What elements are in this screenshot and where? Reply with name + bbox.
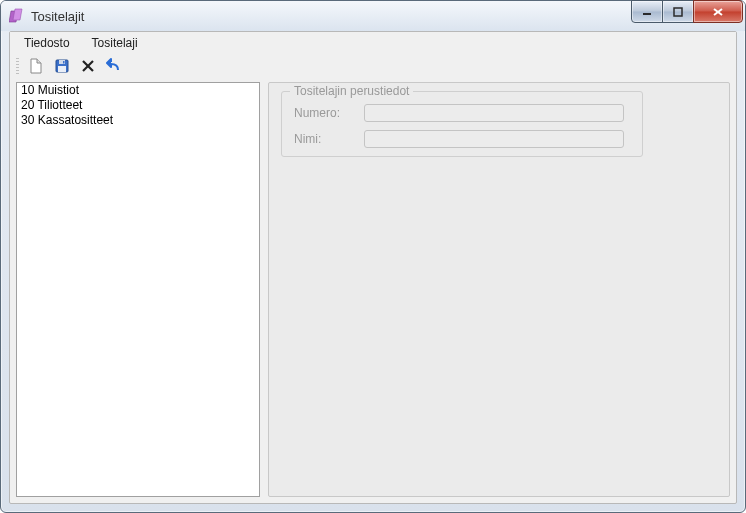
menu-kind[interactable]: Tositelaji: [82, 34, 148, 52]
item-name: Tiliotteet: [37, 98, 82, 112]
new-document-icon: [28, 58, 44, 77]
save-button[interactable]: [51, 56, 73, 78]
delete-button[interactable]: [77, 56, 99, 78]
row-numero: Numero:: [294, 104, 624, 122]
window-title: Tositelajit: [31, 9, 84, 24]
floppy-disk-icon: [54, 58, 70, 77]
item-name: Muistiot: [38, 83, 79, 97]
client-area: Tiedosto Tositelaji: [9, 31, 737, 504]
item-name: Kassatositteet: [38, 113, 113, 127]
input-nimi[interactable]: [364, 130, 624, 148]
details-groupbox: Tositelajin perustiedot Numero: Nimi:: [281, 91, 643, 157]
item-code: 10: [21, 83, 34, 97]
undo-icon: [106, 58, 122, 77]
titlebar[interactable]: Tositelajit: [1, 1, 745, 31]
svg-rect-6: [58, 66, 66, 72]
item-code: 30: [21, 113, 34, 127]
input-numero[interactable]: [364, 104, 624, 122]
window-frame: Tositelajit Tiedosto Tositelaji: [0, 0, 746, 513]
delete-x-icon: [80, 58, 96, 77]
minimize-button[interactable]: [631, 0, 663, 23]
label-numero: Numero:: [294, 106, 364, 120]
menubar: Tiedosto Tositelaji: [10, 32, 736, 54]
groupbox-title: Tositelajin perustiedot: [290, 84, 413, 98]
toolbar: [10, 54, 736, 80]
item-code: 20: [21, 98, 34, 112]
list-item[interactable]: 20 Tiliotteet: [17, 98, 259, 113]
window-controls: [632, 0, 743, 21]
maximize-button[interactable]: [662, 0, 694, 23]
label-nimi: Nimi:: [294, 132, 364, 146]
body-area: 10 Muistiot 20 Tiliotteet 30 Kassatositt…: [16, 82, 730, 497]
detail-panel: Tositelajin perustiedot Numero: Nimi:: [268, 82, 730, 497]
svg-rect-7: [63, 61, 65, 64]
toolbar-grip: [16, 58, 19, 76]
list-item[interactable]: 30 Kassatositteet: [17, 113, 259, 128]
list-item[interactable]: 10 Muistiot: [17, 83, 259, 98]
close-button[interactable]: [693, 0, 743, 23]
new-button[interactable]: [25, 56, 47, 78]
undo-button[interactable]: [103, 56, 125, 78]
voucher-type-list[interactable]: 10 Muistiot 20 Tiliotteet 30 Kassatositt…: [16, 82, 260, 497]
svg-rect-1: [674, 8, 682, 16]
row-nimi: Nimi:: [294, 130, 624, 148]
menu-file[interactable]: Tiedosto: [14, 34, 80, 52]
app-icon: [9, 8, 25, 24]
